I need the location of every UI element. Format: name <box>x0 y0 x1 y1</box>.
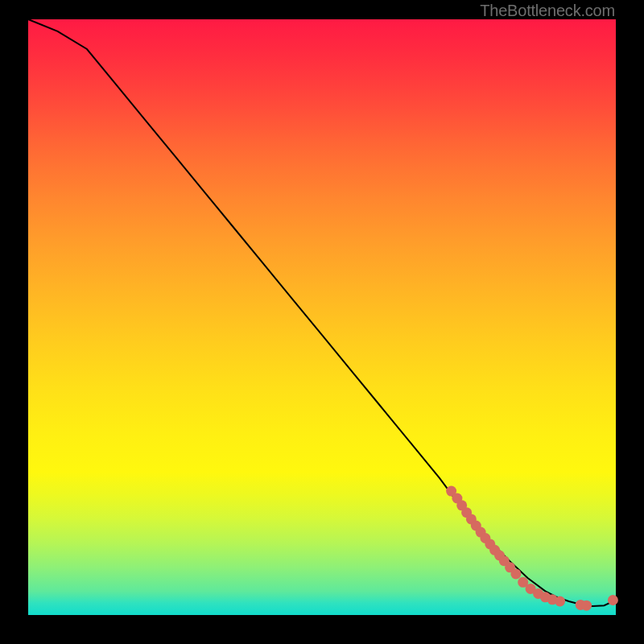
chart-overlay <box>28 19 616 615</box>
scatter-point <box>608 595 618 605</box>
scatter-point <box>510 568 521 579</box>
curve-layer <box>28 19 616 606</box>
main-curve <box>28 19 616 606</box>
scatter-layer <box>446 486 618 611</box>
scatter-point <box>581 601 592 611</box>
chart-frame: TheBottleneck.com <box>0 0 644 644</box>
watermark-label: TheBottleneck.com <box>480 2 615 20</box>
scatter-point <box>555 597 565 607</box>
